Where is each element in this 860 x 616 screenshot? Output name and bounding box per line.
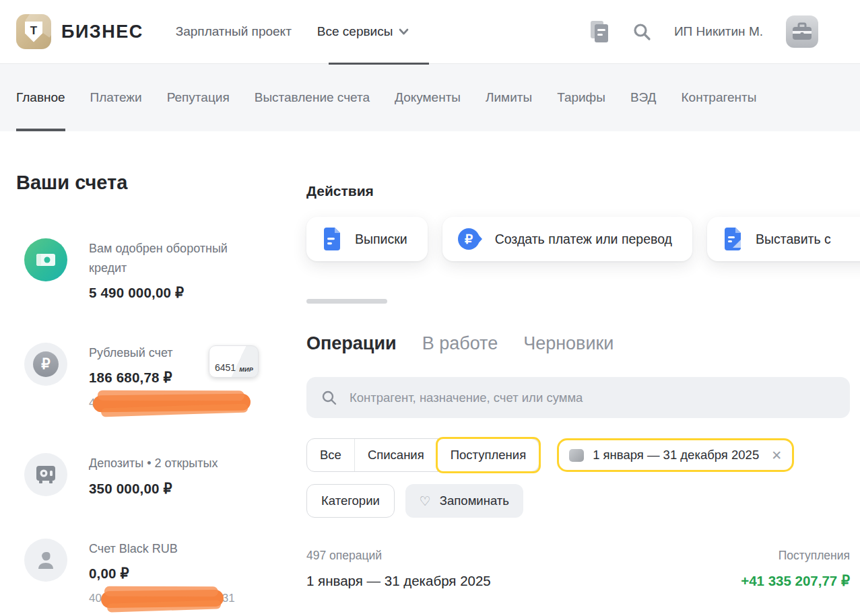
create-payment-button-label: Создать платеж или перевод (495, 232, 672, 247)
person-icon (24, 539, 67, 582)
operations-summary: 497 операций Поступления 1 января — 31 д… (306, 549, 850, 589)
invoice-doc-icon (722, 228, 743, 250)
nav-tab-tarify[interactable]: Тарифы (557, 64, 605, 131)
operations-count: 497 операций (306, 549, 382, 563)
summary-period: 1 января — 31 декабря 2025 (306, 573, 491, 589)
svg-text:₽: ₽ (465, 232, 473, 246)
app-header: Т БИЗНЕС Зарплатный проект Все сервисы (0, 0, 860, 64)
filters-row: Все Списания Поступления 1 января — 31 д… (306, 438, 860, 472)
tab-drafts[interactable]: Черновики (523, 333, 614, 354)
briefcase-icon (792, 22, 812, 41)
header-right: ИП Никитин М. (589, 15, 860, 48)
account-label: Вам одобрен оборотный кредит (89, 239, 261, 278)
search-input[interactable] (348, 390, 835, 406)
remember-chip-label: Запоминать (440, 493, 509, 508)
account-label: Депозиты • 2 открытых (89, 454, 218, 473)
operations-panel: Действия Выписки ₽ Создать платеж или пе… (290, 131, 860, 616)
page-content: Ваши счета Вам одобрен оборотный кредит … (0, 131, 860, 616)
account-amount: 350 000,00 ₽ (89, 481, 218, 497)
account-item-black[interactable]: Счет Black RUB 0,00 ₽ 408 231 (16, 539, 290, 607)
card-last4: 6451 (215, 362, 236, 373)
date-range-label: 1 января — 31 декабря 2025 (593, 448, 759, 463)
account-amount: 5 490 000,00 ₽ (89, 285, 261, 301)
remember-chip[interactable]: ♡ Запоминать (405, 484, 523, 518)
direction-segmented-control: Все Списания Поступления (306, 438, 539, 472)
account-item-deposits[interactable]: Депозиты • 2 открытых 350 000,00 ₽ (16, 453, 290, 496)
account-item-ruble[interactable]: ₽ Рублевый счет 186 680,78 ₽ 4 6451 МИР (16, 343, 290, 411)
heart-icon: ♡ (420, 495, 431, 508)
accounts-title: Ваши счета (16, 172, 290, 194)
issue-invoice-button-label: Выставить с (756, 232, 831, 247)
drag-handle-divider[interactable] (306, 299, 387, 304)
extra-filters-row: Категории ♡ Запоминать (306, 484, 860, 518)
calendar-icon (569, 449, 584, 462)
income-amount: +41 335 207,77 ₽ (741, 573, 850, 589)
nav-tab-limity[interactable]: Лимиты (486, 64, 532, 131)
actions-row: Выписки ₽ Создать платеж или перевод (306, 217, 860, 261)
statements-button[interactable]: Выписки (306, 217, 428, 261)
operations-search[interactable] (306, 377, 850, 418)
shield-icon: Т (25, 22, 42, 42)
close-icon[interactable]: ✕ (771, 448, 782, 463)
menu-all-services-label: Все сервисы (317, 24, 393, 39)
redaction-scribble (101, 590, 224, 608)
tab-in-progress[interactable]: В работе (422, 333, 498, 354)
menu-all-services[interactable]: Все сервисы (317, 24, 409, 39)
filter-incoming[interactable]: Поступления (437, 439, 539, 471)
actions-title: Действия (306, 183, 860, 199)
card-badge[interactable]: 6451 МИР (209, 345, 259, 378)
menu-salary-project[interactable]: Зарплатный проект (176, 24, 292, 39)
filter-outgoing[interactable]: Списания (354, 439, 437, 471)
bank-logo[interactable]: Т (16, 14, 51, 49)
issue-invoice-button[interactable]: Выставить с (707, 217, 860, 261)
search-input-icon (321, 390, 337, 406)
profile-avatar[interactable] (786, 15, 818, 48)
account-number: 408 231 (89, 590, 235, 607)
ruble-badge-icon: ₽ (457, 227, 483, 251)
statements-button-label: Выписки (355, 232, 407, 247)
mir-logo: МИР (239, 366, 253, 373)
date-range-chip[interactable]: 1 января — 31 декабря 2025 ✕ (557, 438, 794, 472)
ruble-icon: ₽ (24, 343, 67, 386)
income-label: Поступления (779, 549, 850, 563)
tab-operations[interactable]: Операции (306, 333, 397, 354)
account-item-credit-offer[interactable]: Вам одобрен оборотный кредит 5 490 000,0… (16, 238, 290, 301)
accounts-panel: Ваши счета Вам одобрен оборотный кредит … (0, 131, 290, 616)
nav-tab-platezhi[interactable]: Платежи (90, 64, 142, 131)
redaction-scribble (93, 394, 251, 413)
nav-tab-dokumenty[interactable]: Документы (395, 64, 461, 131)
statement-doc-icon (321, 228, 343, 250)
nav-tab-vystavlenie-scheta[interactable]: Выставление счета (255, 64, 370, 131)
account-amount: 0,00 ₽ (89, 566, 235, 582)
safe-icon (24, 453, 67, 496)
search-icon[interactable] (632, 22, 651, 41)
main-nav: Главное Платежи Репутация Выставление сч… (0, 64, 860, 131)
filter-all[interactable]: Все (307, 439, 354, 471)
brand-title: БИЗНЕС (61, 22, 143, 42)
documents-icon[interactable] (589, 20, 609, 43)
nav-tab-kontragenty[interactable]: Контрагенты (682, 64, 757, 131)
create-payment-button[interactable]: ₽ Создать платеж или перевод (442, 217, 692, 261)
profile-name[interactable]: ИП Никитин М. (674, 24, 763, 39)
categories-chip[interactable]: Категории (306, 484, 395, 518)
nav-tab-glavnoe[interactable]: Главное (16, 64, 65, 131)
chevron-down-icon (399, 28, 409, 35)
nav-tab-ved[interactable]: ВЭД (630, 64, 657, 131)
nav-tab-reputacia[interactable]: Репутация (167, 64, 230, 131)
header-menu: Зарплатный проект Все сервисы (176, 24, 409, 39)
account-number: 4 (89, 395, 251, 411)
account-label: Счет Black RUB (89, 539, 235, 559)
operations-tabs: Операции В работе Черновики (306, 333, 860, 354)
cash-icon (24, 238, 67, 281)
